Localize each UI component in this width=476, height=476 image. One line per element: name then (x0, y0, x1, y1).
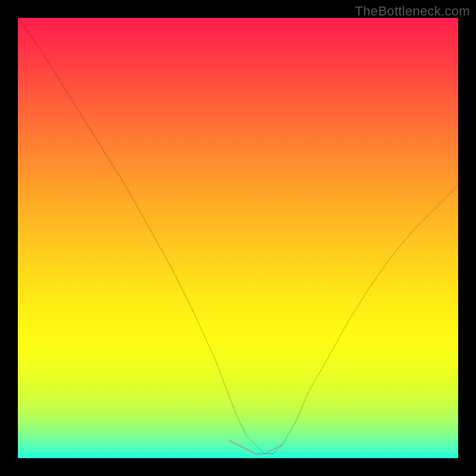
gradient-background (18, 18, 458, 458)
plot-area (18, 18, 458, 458)
chart-frame: TheBottleneck.com (0, 0, 476, 476)
watermark-label: TheBottleneck.com (355, 4, 470, 19)
